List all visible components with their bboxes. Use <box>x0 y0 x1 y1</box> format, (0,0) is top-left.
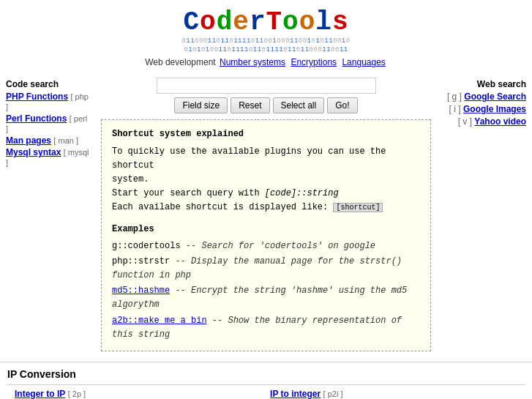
center-content: Field size Reset Select all Go! Shortcut… <box>95 75 437 354</box>
logo-letter-t: T <box>266 7 283 37</box>
field-size-button[interactable]: Field size <box>174 97 228 113</box>
shortcut-title: Shortcut system explained <box>112 127 420 141</box>
logo-letter-o: o <box>200 7 217 37</box>
code-search-title: Code search <box>6 79 89 89</box>
example-code-2: php::strstr <box>112 256 170 266</box>
example-code-1: g::codertools <box>112 241 181 251</box>
sidebar-link-man[interactable]: Man pages <box>6 135 51 146</box>
ws-link-video[interactable]: Yahoo video <box>474 116 526 127</box>
sidebar-item-mysql[interactable]: Mysql syntax [ mysql ] <box>6 147 89 168</box>
example-desc-1: -- Search for 'codertools' on google <box>186 241 375 251</box>
ws-key-v: [ v ] <box>458 116 472 127</box>
shortcut-line1: To quickly use the available plugins you… <box>112 145 420 173</box>
sidebar-item-php[interactable]: PHP Functions [ php ] <box>6 92 89 112</box>
logo-letter-r: r <box>250 7 266 37</box>
nav-links: Web development Number systems Encryptio… <box>0 57 532 67</box>
shortcut-line4: Each availabe shortcut is displayed like… <box>112 201 420 215</box>
shortcut-tag: [shortcut] <box>333 203 383 212</box>
ws-item-images[interactable]: [ i ] Google Images <box>443 104 526 114</box>
examples-title: Examples <box>112 223 420 236</box>
shortcut-line3: Start your search query with [code]::str… <box>112 187 420 201</box>
logo-letter-d: d <box>217 7 233 37</box>
binary-row-1: 011000110110111101100100011001010110010 <box>0 37 532 46</box>
ip-section-title: IP Conversion <box>7 368 525 380</box>
ws-link-google[interactable]: Google Search <box>464 92 526 102</box>
sidebar-link-php[interactable]: PHP Functions <box>6 92 68 102</box>
ws-link-images[interactable]: Google Images <box>463 104 526 114</box>
logo-letter-s: s <box>332 7 349 37</box>
search-form: Field size Reset Select all Go! <box>101 78 431 113</box>
web-search-title: Web search <box>443 79 526 89</box>
ip-right-tag: [ p2i ] <box>323 389 343 398</box>
sidebar-item-perl[interactable]: Perl Functions [ perl ] <box>6 113 89 134</box>
nav-prefix: Web development <box>145 57 216 67</box>
search-input[interactable] <box>157 78 376 94</box>
ws-item-google[interactable]: [ g ] Google Search <box>443 92 526 102</box>
shortcut-line2: system. <box>112 173 420 187</box>
nav-link-languages[interactable]: Languages <box>342 57 385 67</box>
ws-key-g: [ g ] <box>447 92 462 102</box>
ip-integer-to-ip-link[interactable]: Integer to IP <box>15 389 65 399</box>
ip-to-integer-link[interactable]: IP to integer <box>270 389 321 399</box>
logo: CoderTools <box>0 7 532 37</box>
main-layout: Code search PHP Functions [ php ] Perl F… <box>0 70 532 359</box>
binary-row-2: 01010100110111101101111011011000110011 <box>0 46 532 55</box>
shortcut-code: [code]::string <box>265 188 339 198</box>
example-line-1: g::codertools -- Search for 'codertools'… <box>112 239 420 253</box>
example-link-4[interactable]: a2b::make me a bin <box>112 316 207 326</box>
ws-key-i: [ i ] <box>449 104 461 114</box>
logo-letter-o2: o <box>282 7 299 37</box>
nav-link-number-systems[interactable]: Number systems <box>220 57 285 67</box>
sidebar-tag-man: [ man ] <box>53 136 78 145</box>
logo-letter-l: l <box>315 7 332 37</box>
nav-link-encryptions[interactable]: Encryptions <box>291 57 337 67</box>
ws-item-video[interactable]: [ v ] Yahoo video <box>443 116 526 127</box>
select-all-button[interactable]: Select all <box>273 97 325 113</box>
logo-letter-e: e <box>233 7 250 37</box>
sidebar-link-mysql[interactable]: Mysql syntax <box>6 147 61 157</box>
go-button[interactable]: Go! <box>327 97 357 113</box>
sidebar-item-man[interactable]: Man pages [ man ] <box>6 135 89 146</box>
example-line-4: a2b::make me a bin -- Show the binary re… <box>112 314 420 342</box>
left-sidebar: Code search PHP Functions [ php ] Perl F… <box>0 75 95 354</box>
ip-right-cell: IP to integer [ p2i ] <box>264 387 523 399</box>
logo-letter-o3: o <box>299 7 316 37</box>
binary-display: 011000110110111101100100011001010110010 … <box>0 37 532 54</box>
logo-letter-c: C <box>183 7 200 37</box>
shortcut-box: Shortcut system explained To quickly use… <box>101 119 431 351</box>
example-line-2: php::strstr -- Display the manual page f… <box>112 255 420 283</box>
reset-button[interactable]: Reset <box>231 97 269 113</box>
example-line-3: md5::hashme -- Encrypt the string 'hashm… <box>112 284 420 312</box>
ip-section: IP Conversion Integer to IP [ 2p ] IP to… <box>0 362 532 399</box>
header: CoderTools 01100011011011110110010001100… <box>0 0 532 70</box>
example-link-3[interactable]: md5::hashme <box>112 286 170 296</box>
search-buttons: Field size Reset Select all Go! <box>101 97 431 113</box>
ip-left-tag: [ 2p ] <box>68 389 86 398</box>
ip-left-cell: Integer to IP [ 2p ] <box>9 387 263 399</box>
ip-table: Integer to IP [ 2p ] IP to integer [ p2i… <box>7 384 525 399</box>
right-sidebar: Web search [ g ] Google Search [ i ] Goo… <box>437 75 532 354</box>
sidebar-link-perl[interactable]: Perl Functions <box>6 113 67 124</box>
